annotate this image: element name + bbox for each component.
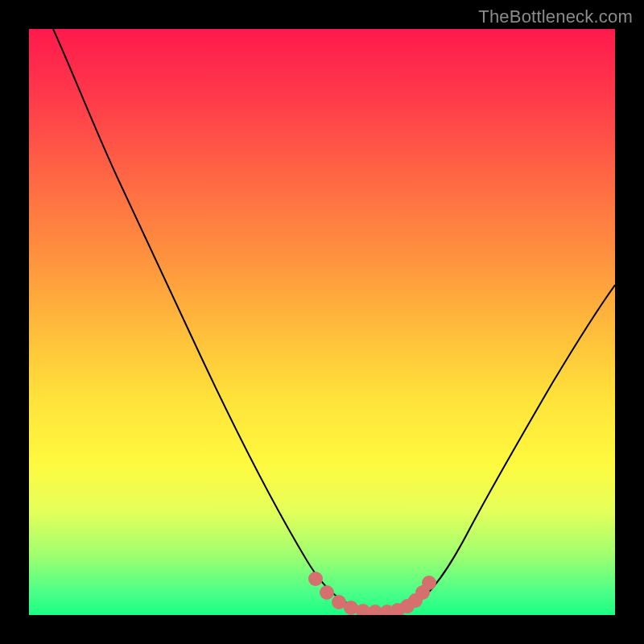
svg-point-11 xyxy=(422,576,436,590)
bottleneck-curve xyxy=(53,29,615,612)
svg-point-0 xyxy=(308,572,323,586)
plot-area xyxy=(29,29,615,615)
optimal-range-markers xyxy=(308,572,436,615)
watermark-text: TheBottleneck.com xyxy=(478,6,633,27)
chart-svg xyxy=(29,29,615,615)
chart-frame: TheBottleneck.com xyxy=(0,0,644,644)
svg-point-1 xyxy=(320,585,334,600)
